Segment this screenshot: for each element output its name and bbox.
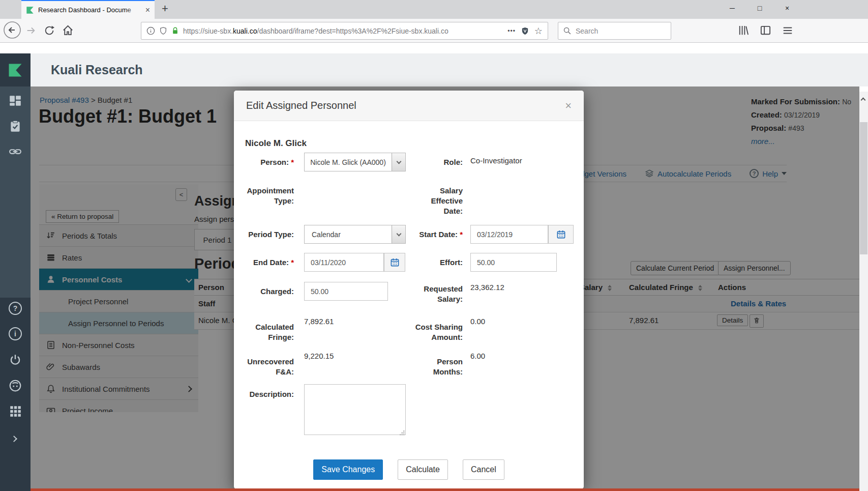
person-months-value: 6.00 [470, 352, 485, 360]
end-date-calendar-button[interactable] [384, 253, 405, 272]
page-actions-icon[interactable]: ••• [507, 27, 516, 35]
person-select[interactable]: Nicole M. Glick (AA000) [304, 153, 406, 171]
charged-label: Charged: [234, 286, 294, 297]
tracking-shield-icon[interactable] [159, 26, 167, 35]
charged-input[interactable] [304, 282, 388, 301]
page-top-gap [0, 43, 868, 53]
unrecovered-fa-label: Unrecovered F&A: [234, 357, 294, 377]
minimize-icon[interactable]: ─ [719, 0, 746, 16]
url-actions: ••• ☆ [507, 26, 543, 36]
select-arrow-icon [392, 225, 405, 243]
unrecovered-fa-value: 9,220.15 [304, 352, 334, 360]
mini-sidebar-bottom [0, 298, 31, 491]
resize-grip-icon[interactable] [399, 428, 405, 437]
calculated-fringe-label: Calculated Fringe: [234, 322, 294, 342]
url-text: https://siue-sbx.kuali.co/dashboard/ifra… [183, 27, 503, 35]
period-type-select[interactable]: Calendar [304, 225, 406, 244]
back-icon[interactable] [3, 21, 21, 41]
person-months-label: Person Months: [412, 357, 463, 377]
role-label: Role: [412, 157, 463, 167]
description-textarea[interactable] [304, 384, 406, 435]
forward-icon[interactable] [25, 25, 37, 38]
start-date-calendar-button[interactable] [548, 225, 574, 244]
url-input[interactable]: https://siue-sbx.kuali.co/dashboard/ifra… [141, 22, 548, 40]
modal-body: Nicole M. Glick Person: * Nicole M. Glic… [234, 121, 584, 489]
end-date-label: End Date: * [234, 257, 294, 268]
window-controls: ─ □ × [719, 0, 801, 16]
link-icon[interactable] [9, 145, 22, 160]
calendar-icon [390, 257, 400, 267]
period-type-label: Period Type: [234, 229, 294, 240]
screen: Research Dashboard - Docume × + ─ □ × [0, 0, 868, 491]
browser-tab[interactable]: Research Dashboard - Docume × [21, 0, 155, 19]
modal-actions: Save Changes Calculate Cancel [234, 459, 584, 480]
appointment-type-label: Appointment Type: [234, 186, 294, 206]
maximize-icon[interactable]: □ [746, 0, 773, 16]
calculate-button[interactable]: Calculate [398, 459, 448, 480]
browser-toolbar: https://siue-sbx.kuali.co/dashboard/ifra… [0, 19, 868, 43]
mini-sidebar: ? i [0, 86, 31, 491]
requested-salary-value: 23,362.12 [470, 283, 504, 292]
tab-title-fade [125, 3, 140, 17]
kuali-logo-icon[interactable] [0, 53, 31, 86]
new-tab-icon[interactable]: + [162, 2, 168, 15]
modal-title: Edit Assigned Personnel [246, 100, 356, 111]
bottom-red-bar [31, 488, 859, 491]
library-icon[interactable] [737, 24, 749, 38]
home-icon[interactable] [62, 24, 74, 38]
close-icon[interactable]: × [773, 0, 801, 16]
person-label: Person: * [234, 157, 294, 167]
end-date-input[interactable] [304, 253, 384, 272]
kuali-favicon-icon [26, 6, 34, 14]
role-value: Co-Investigator [470, 156, 522, 165]
effort-label: Effort: [412, 257, 463, 268]
select-arrow-icon [392, 153, 405, 171]
app-brand: Kuali Research [51, 63, 143, 77]
info-circle-icon[interactable]: i [9, 327, 22, 340]
sidebar-toggle-icon[interactable] [760, 24, 771, 38]
scroll-up-icon[interactable] [861, 95, 865, 104]
protection-badge-icon[interactable] [521, 26, 529, 36]
bookmark-star-icon[interactable]: ☆ [534, 26, 543, 36]
browser-tabstrip: Research Dashboard - Docume × + ─ □ × [0, 0, 868, 19]
dashboard-icon[interactable] [9, 94, 22, 109]
effort-input[interactable] [470, 253, 557, 272]
scrollbar-thumb[interactable] [860, 122, 867, 254]
power-icon[interactable] [9, 353, 22, 368]
lock-icon [171, 26, 179, 35]
modal-header: Edit Assigned Personnel × [234, 91, 584, 121]
edit-assigned-personnel-modal: Edit Assigned Personnel × Nicole M. Glic… [234, 91, 584, 489]
url-fade [481, 27, 503, 35]
help-circle-icon[interactable]: ? [9, 302, 22, 315]
search-icon [563, 26, 572, 35]
requested-salary-label: Requested Salary: [412, 284, 463, 304]
cost-sharing-amount-value: 0.00 [470, 317, 485, 326]
reload-icon[interactable] [44, 25, 55, 38]
menu-icon[interactable] [782, 25, 793, 38]
start-date-input[interactable] [470, 225, 548, 244]
cost-sharing-amount-label: Cost Sharing Amount: [412, 322, 463, 342]
description-label: Description: [234, 389, 294, 399]
modal-close-icon[interactable]: × [565, 99, 572, 112]
expand-arrow-icon[interactable] [12, 434, 16, 443]
page-info-icon[interactable] [146, 26, 155, 35]
app-header: Kuali Research [31, 53, 868, 86]
page-scrollbar[interactable] [859, 92, 868, 491]
cancel-button[interactable]: Cancel [463, 459, 504, 480]
save-changes-button[interactable]: Save Changes [313, 459, 383, 480]
calendar-icon [556, 229, 566, 239]
person-heading: Nicole M. Glick [245, 138, 307, 149]
search-input[interactable] [576, 27, 652, 35]
tab-close-icon[interactable]: × [145, 6, 150, 15]
user-face-icon[interactable] [9, 379, 22, 394]
start-date-label: Start Date: * [412, 229, 463, 240]
salary-effective-date-label: Salary Effective Date: [412, 186, 463, 216]
tasks-clipboard-icon[interactable] [9, 120, 22, 135]
browser-search[interactable] [558, 22, 671, 40]
apps-grid-icon[interactable] [9, 405, 22, 420]
calculated-fringe-value: 7,892.61 [304, 317, 334, 326]
